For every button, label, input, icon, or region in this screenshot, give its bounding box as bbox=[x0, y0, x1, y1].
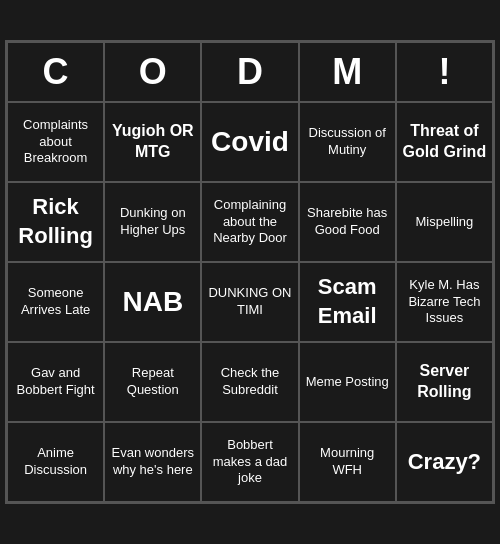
cell-text-8: Sharebite has Good Food bbox=[304, 205, 391, 239]
header-letter-4: ! bbox=[396, 42, 493, 102]
cell-text-15: Gav and Bobbert Fight bbox=[12, 365, 99, 399]
cell-text-10: Someone Arrives Late bbox=[12, 285, 99, 319]
cell-text-21: Evan wonders why he's here bbox=[109, 445, 196, 479]
bingo-header: CODM! bbox=[7, 42, 493, 102]
bingo-grid: Complaints about BreakroomYugioh OR MTGC… bbox=[7, 102, 493, 502]
bingo-cell-13: Scam Email bbox=[299, 262, 396, 342]
cell-text-4: Threat of Gold Grind bbox=[401, 121, 488, 163]
bingo-cell-12: DUNKING ON TIMI bbox=[201, 262, 298, 342]
header-letter-2: D bbox=[201, 42, 298, 102]
cell-text-23: Mourning WFH bbox=[304, 445, 391, 479]
cell-text-9: Mispelling bbox=[415, 214, 473, 231]
bingo-cell-14: Kyle M. Has Bizarre Tech Issues bbox=[396, 262, 493, 342]
bingo-cell-24: Crazy? bbox=[396, 422, 493, 502]
bingo-cell-3: Discussion of Mutiny bbox=[299, 102, 396, 182]
cell-text-2: Covid bbox=[211, 124, 289, 160]
bingo-cell-10: Someone Arrives Late bbox=[7, 262, 104, 342]
cell-text-17: Check the Subreddit bbox=[206, 365, 293, 399]
bingo-cell-17: Check the Subreddit bbox=[201, 342, 298, 422]
bingo-cell-21: Evan wonders why he's here bbox=[104, 422, 201, 502]
header-letter-1: O bbox=[104, 42, 201, 102]
cell-text-14: Kyle M. Has Bizarre Tech Issues bbox=[401, 277, 488, 328]
bingo-cell-16: Repeat Question bbox=[104, 342, 201, 422]
cell-text-1: Yugioh OR MTG bbox=[109, 121, 196, 163]
cell-text-12: DUNKING ON TIMI bbox=[206, 285, 293, 319]
cell-text-5: Rick Rolling bbox=[12, 193, 99, 250]
cell-text-19: Server Rolling bbox=[401, 361, 488, 403]
bingo-cell-7: Complaining about the Nearby Door bbox=[201, 182, 298, 262]
bingo-cell-8: Sharebite has Good Food bbox=[299, 182, 396, 262]
bingo-cell-5: Rick Rolling bbox=[7, 182, 104, 262]
bingo-cell-15: Gav and Bobbert Fight bbox=[7, 342, 104, 422]
bingo-cell-23: Mourning WFH bbox=[299, 422, 396, 502]
cell-text-0: Complaints about Breakroom bbox=[12, 117, 99, 168]
cell-text-3: Discussion of Mutiny bbox=[304, 125, 391, 159]
cell-text-22: Bobbert makes a dad joke bbox=[206, 437, 293, 488]
cell-text-24: Crazy? bbox=[408, 448, 481, 477]
bingo-card: CODM! Complaints about BreakroomYugioh O… bbox=[5, 40, 495, 504]
cell-text-11: NAB bbox=[122, 284, 183, 320]
cell-text-20: Anime Discussion bbox=[12, 445, 99, 479]
header-letter-0: C bbox=[7, 42, 104, 102]
cell-text-18: Meme Posting bbox=[306, 374, 389, 391]
header-letter-3: M bbox=[299, 42, 396, 102]
cell-text-6: Dunking on Higher Ups bbox=[109, 205, 196, 239]
cell-text-13: Scam Email bbox=[304, 273, 391, 330]
bingo-cell-19: Server Rolling bbox=[396, 342, 493, 422]
bingo-cell-6: Dunking on Higher Ups bbox=[104, 182, 201, 262]
bingo-cell-9: Mispelling bbox=[396, 182, 493, 262]
cell-text-7: Complaining about the Nearby Door bbox=[206, 197, 293, 248]
cell-text-16: Repeat Question bbox=[109, 365, 196, 399]
bingo-cell-4: Threat of Gold Grind bbox=[396, 102, 493, 182]
bingo-cell-0: Complaints about Breakroom bbox=[7, 102, 104, 182]
bingo-cell-20: Anime Discussion bbox=[7, 422, 104, 502]
bingo-cell-11: NAB bbox=[104, 262, 201, 342]
bingo-cell-18: Meme Posting bbox=[299, 342, 396, 422]
bingo-cell-2: Covid bbox=[201, 102, 298, 182]
bingo-cell-1: Yugioh OR MTG bbox=[104, 102, 201, 182]
bingo-cell-22: Bobbert makes a dad joke bbox=[201, 422, 298, 502]
